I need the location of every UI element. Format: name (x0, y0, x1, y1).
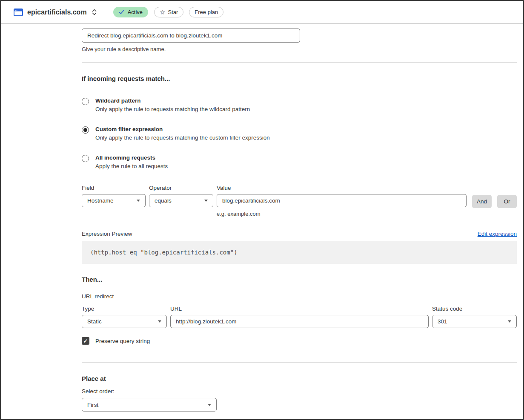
and-or-buttons: And Or (472, 185, 517, 208)
order-select-value: First (87, 402, 98, 408)
status-badge-active: Active (113, 7, 148, 17)
or-button[interactable]: Or (497, 195, 517, 208)
radio-icon-checked[interactable] (82, 126, 89, 134)
star-button-label: Star (168, 9, 178, 15)
rule-name-input[interactable] (82, 29, 300, 43)
radio-option-custom-filter-expression[interactable]: Custom filter expression Only apply the … (82, 126, 517, 141)
chevron-down-icon (204, 200, 208, 202)
browser-window-icon (14, 9, 23, 16)
check-icon (119, 10, 124, 14)
radio-description: Apply the rule to all requests (95, 163, 168, 169)
radio-description: Only apply the rule to requests matching… (95, 106, 250, 112)
radio-icon[interactable] (82, 98, 89, 105)
operator-select[interactable]: equals (149, 194, 213, 207)
checkbox-checked-icon[interactable]: ✓ (82, 337, 89, 345)
then-section-heading: Then... (82, 276, 517, 283)
place-at-heading: Place at (82, 375, 517, 382)
page: epicartificials.com Active ☆ Star Free p… (0, 0, 524, 420)
section-divider (82, 63, 517, 63)
rule-form: Give your rule a descriptive name. If in… (1, 24, 523, 411)
type-label: Type (82, 306, 167, 312)
star-button[interactable]: ☆ Star (154, 7, 183, 17)
radio-text: Wildcard pattern Only apply the rule to … (95, 97, 250, 112)
radio-label: Custom filter expression (95, 126, 270, 132)
field-select-value: Hostname (87, 197, 114, 204)
radio-option-all-incoming-requests[interactable]: All incoming requests Apply the rule to … (82, 154, 517, 169)
redirect-settings-row: Type Static URL Status code 301 (82, 306, 517, 328)
field-label: Field (82, 185, 146, 191)
expression-code-block: (http.host eq "blog.epicartificials.com"… (82, 241, 517, 264)
chevron-down-icon (137, 200, 140, 202)
expression-preview-row: Expression Preview Edit expression (82, 231, 517, 237)
radio-text: All incoming requests Apply the rule to … (95, 154, 168, 169)
site-switcher-chevrons-icon[interactable] (92, 9, 97, 16)
chevron-down-icon (158, 320, 161, 323)
expression-preview-label: Expression Preview (82, 231, 132, 237)
redirect-type-column: Type Static (82, 306, 167, 328)
site-header: epicartificials.com Active ☆ Star Free p… (1, 1, 523, 24)
radio-option-wildcard-pattern[interactable]: Wildcard pattern Only apply the rule to … (82, 97, 517, 112)
edit-expression-link[interactable]: Edit expression (478, 231, 517, 237)
status-badge-label: Active (128, 9, 143, 15)
match-type-radio-group: Wildcard pattern Only apply the rule to … (82, 97, 517, 169)
check-icon: ✓ (83, 338, 88, 344)
url-label: URL (170, 306, 429, 312)
value-helper: e.g. example.com (217, 211, 467, 217)
preserve-query-string-label: Preserve query string (95, 338, 150, 344)
star-icon: ☆ (160, 9, 165, 15)
action-type-label: URL redirect (82, 293, 517, 300)
operator-label: Operator (149, 185, 213, 191)
radio-icon[interactable] (82, 155, 89, 162)
radio-label: All incoming requests (95, 154, 168, 161)
rule-name-helper: Give your rule a descriptive name. (82, 46, 517, 52)
chevron-down-icon (508, 320, 511, 323)
status-code-column: Status code 301 (432, 306, 517, 328)
redirect-url-column: URL (170, 306, 429, 328)
section-divider (82, 363, 517, 363)
status-code-select[interactable]: 301 (432, 315, 517, 328)
operator-column: Operator equals (149, 185, 213, 207)
status-code-value: 301 (438, 318, 447, 325)
value-input[interactable] (217, 194, 467, 207)
order-select[interactable]: First (82, 398, 217, 411)
chevron-down-icon (208, 404, 211, 406)
plan-badge-label: Free plan (195, 9, 218, 15)
value-column: Value e.g. example.com (217, 185, 467, 217)
redirect-type-select[interactable]: Static (82, 315, 167, 328)
operator-select-value: equals (155, 197, 172, 204)
and-button[interactable]: And (472, 195, 492, 208)
status-code-label: Status code (432, 306, 517, 312)
redirect-url-input[interactable] (170, 315, 429, 328)
plan-badge: Free plan (189, 7, 223, 17)
site-name: epicartificials.com (27, 9, 87, 16)
radio-label: Wildcard pattern (95, 97, 250, 104)
filter-builder-row: Field Hostname Operator equals Value e.g… (82, 185, 517, 217)
radio-text: Custom filter expression Only apply the … (95, 126, 270, 141)
value-label: Value (217, 185, 467, 191)
radio-description: Only apply the rule to requests matching… (95, 134, 270, 141)
redirect-type-value: Static (87, 318, 102, 325)
select-order-label: Select order: (82, 388, 517, 394)
match-section-heading: If incoming requests match... (82, 75, 517, 82)
field-column: Field Hostname (82, 185, 146, 207)
preserve-query-string-row[interactable]: ✓ Preserve query string (82, 337, 517, 345)
field-select[interactable]: Hostname (82, 194, 146, 207)
